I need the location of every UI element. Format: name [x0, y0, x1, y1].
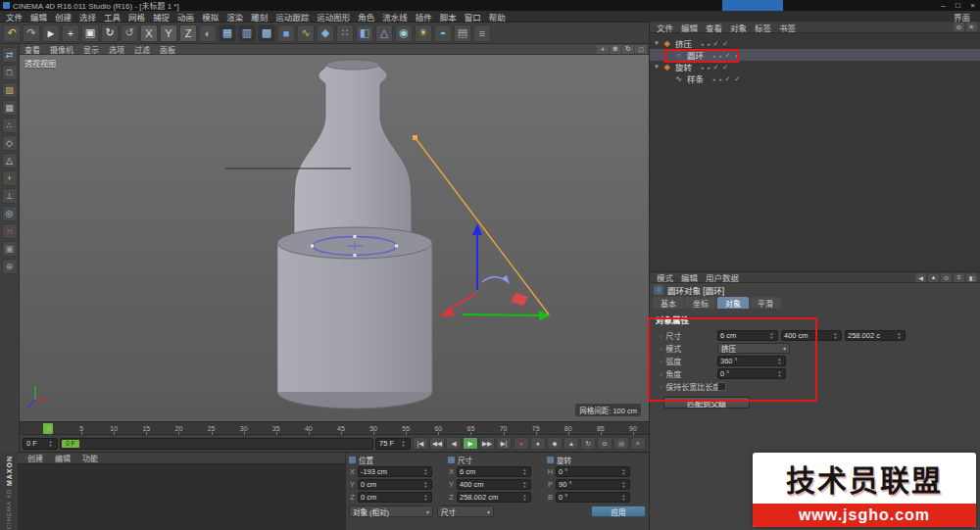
menu-item[interactable]: 脚本 [436, 11, 461, 23]
attribute-menu-item[interactable]: 模式 [653, 271, 677, 283]
menu-item[interactable]: 编辑 [26, 11, 51, 23]
light-icon[interactable]: ☀ [415, 24, 432, 42]
viewport-menu-item[interactable]: 显示 [78, 44, 104, 55]
end-frame-stepper[interactable] [400, 439, 407, 448]
coord-size-select[interactable]: 尺寸 [437, 506, 494, 517]
timeline-slider-handle[interactable]: 0 F [62, 440, 79, 448]
play-button[interactable]: ▶ [463, 437, 478, 450]
menu-item[interactable]: 网格 [124, 11, 149, 23]
array-icon[interactable]: ∷ [336, 24, 354, 42]
last-tool-icon[interactable]: ↺ [121, 24, 138, 42]
close-button[interactable]: × [965, 0, 980, 11]
lock-x-axis-icon[interactable]: X [140, 24, 158, 42]
viewport-label[interactable]: 透视视图 [24, 58, 56, 69]
up-arrow-icon[interactable]: ▲ [928, 273, 939, 282]
size-x-field[interactable]: 6 cm [457, 466, 531, 477]
enable-axis-icon[interactable]: + [2, 170, 18, 186]
menu-item[interactable]: 运动图形 [313, 11, 354, 23]
attribute-menu-item[interactable]: 用户数据 [702, 271, 743, 283]
spline-pen-icon[interactable]: ∿ [297, 24, 315, 42]
zoom-view-icon[interactable]: ⊕ [610, 45, 621, 54]
expand-arrow-icon[interactable]: ▾ [652, 39, 662, 47]
size-z-field[interactable]: 258.002 cm [457, 492, 531, 503]
attribute-tab[interactable]: 坐标 [685, 297, 716, 309]
rotate-tool-icon[interactable]: ↻ [101, 24, 119, 42]
attribute-menu-item[interactable]: 编辑 [677, 271, 702, 283]
polygons-mode-icon[interactable]: △ [2, 153, 18, 169]
object-name[interactable]: 挤压 [672, 37, 695, 49]
menu-item[interactable]: 雕刻 [247, 11, 271, 23]
enabled-check-icon[interactable] [712, 38, 729, 48]
viewport-3d[interactable]: 透视视图 网格间距: 100 cm [20, 55, 649, 421]
next-frame-button[interactable]: ▶▶ [479, 437, 495, 450]
rotation-p-field[interactable]: 90 ° [556, 479, 630, 490]
material-menu-item[interactable]: 功能 [76, 453, 104, 463]
normal-move-icon[interactable]: ⊥ [2, 188, 18, 204]
enabled-check-icon[interactable] [724, 73, 741, 83]
menu-item[interactable]: 工具 [100, 11, 124, 23]
back-arrow-icon[interactable]: ◀ [915, 273, 926, 282]
list-view-icon[interactable]: ≡ [954, 273, 964, 282]
object-row[interactable]: ∿ 样条 [650, 72, 980, 84]
maximize-button[interactable]: □ [951, 0, 965, 11]
object-name[interactable]: 旋转 [672, 61, 695, 72]
minimize-button[interactable]: – [936, 0, 951, 11]
subdivision-icon[interactable]: ◆ [317, 24, 334, 42]
pan-view-icon[interactable]: + [597, 45, 609, 54]
go-to-end-button[interactable]: ▶| [496, 437, 512, 450]
material-menu-item[interactable]: 编辑 [49, 453, 76, 463]
lock-icon[interactable]: ◧ [966, 273, 977, 282]
menu-item[interactable]: 模拟 [198, 11, 222, 23]
object-manager-menu-item[interactable]: 文件 [653, 22, 677, 33]
timeline-options-icon[interactable]: ≡ [630, 437, 646, 450]
angle-field[interactable]: 0 ° [717, 368, 786, 379]
expand-arrow-icon[interactable]: ▾ [652, 63, 662, 71]
menu-item[interactable]: 运动跟踪 [271, 11, 313, 23]
visibility-dots-icon[interactable] [712, 73, 722, 83]
menu-item[interactable]: 帮助 [485, 11, 510, 23]
coordinate-system-icon[interactable]: ◐ [199, 24, 217, 42]
timeline-ruler[interactable]: 051015202530354045505560657075808590 [20, 421, 649, 434]
attribute-tab[interactable]: 平滑 [750, 297, 781, 309]
object-manager-menu-item[interactable]: 查看 [702, 22, 726, 33]
menu-item[interactable]: 渲染 [222, 11, 247, 23]
workplane-mode-icon[interactable]: ▦ [2, 100, 18, 116]
enabled-check-icon[interactable] [712, 62, 729, 72]
keep-ratio-checkbox[interactable] [717, 382, 726, 391]
record-rotation-toggle[interactable]: ↻ [580, 437, 596, 450]
object-row[interactable]: ○ 圆环 [650, 49, 980, 61]
record-keyframe-button[interactable]: ● [514, 437, 529, 450]
redo-icon[interactable]: ↷ [23, 24, 40, 42]
lock-workplane-icon[interactable]: ▣ [2, 241, 18, 257]
rotate-view-icon[interactable]: ↻ [622, 45, 634, 54]
current-frame-field[interactable]: 0 F [23, 438, 58, 450]
attr-size-y-field[interactable]: 400 cm [781, 330, 842, 341]
object-manager-menu-item[interactable]: 对象 [726, 22, 751, 33]
enabled-check-icon[interactable] [724, 50, 741, 60]
edges-mode-icon[interactable]: ◇ [2, 135, 18, 151]
undo-icon[interactable]: ↶ [3, 24, 21, 42]
viewport-menu-item[interactable]: 过滤 [129, 44, 155, 55]
attr-size-x-field[interactable]: 6 cm [717, 330, 778, 341]
points-mode-icon[interactable]: ∴ [2, 118, 18, 133]
search-icon[interactable]: ⊙ [941, 273, 952, 282]
menu-item[interactable]: 动画 [173, 11, 198, 23]
menu-item[interactable]: 窗口 [461, 11, 485, 23]
menu-item[interactable]: 捕捉 [149, 11, 173, 23]
visibility-dots-icon[interactable] [701, 62, 710, 72]
primitive-cube-icon[interactable]: ■ [277, 24, 295, 42]
toggle-view-icon[interactable]: □ [635, 45, 647, 54]
menu-item[interactable]: 角色 [354, 11, 378, 23]
match-parent-button[interactable]: 匹配到父级 [663, 397, 750, 409]
position-x-field[interactable]: -193 cm [358, 466, 432, 477]
object-manager-menu-item[interactable]: 编辑 [677, 22, 702, 33]
record-parameter-toggle[interactable]: ⊙ [597, 437, 612, 450]
layout-switcher[interactable]: 界面 [954, 11, 978, 23]
scale-tool-icon[interactable]: ▣ [81, 24, 99, 42]
menu-item[interactable]: 创建 [51, 11, 75, 23]
lock-z-axis-icon[interactable]: Z [179, 24, 197, 42]
viewport-menu-item[interactable]: 摄像机 [45, 44, 78, 55]
om-search-icon[interactable]: ⊙ [954, 23, 964, 31]
timeline-slider[interactable]: 0 F [60, 438, 373, 450]
position-z-field[interactable]: 0 cm [358, 492, 432, 503]
